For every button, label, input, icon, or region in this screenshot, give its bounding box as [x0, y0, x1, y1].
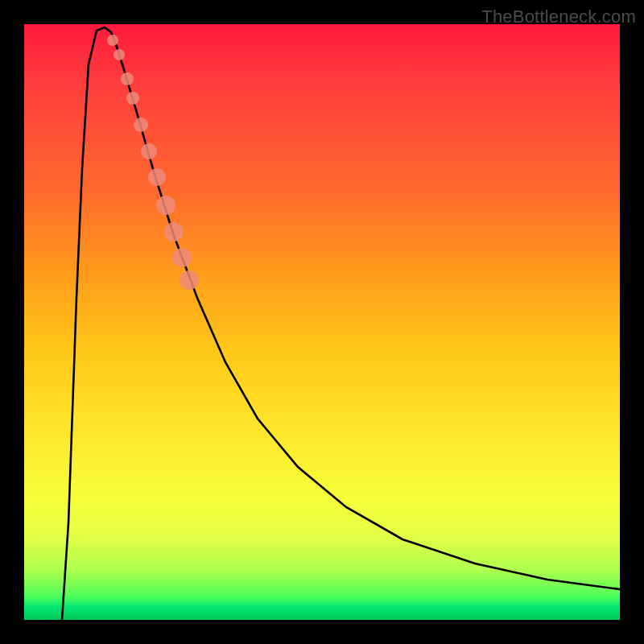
- marker-point: [107, 35, 118, 46]
- marker-point: [126, 92, 139, 105]
- marker-point: [148, 168, 166, 186]
- chart-frame: TheBottleneck.com: [0, 0, 644, 644]
- marker-point: [164, 222, 184, 242]
- marker-point: [121, 72, 134, 85]
- marker-point: [180, 270, 199, 290]
- highlight-markers: [107, 35, 199, 290]
- marker-point: [134, 118, 148, 132]
- marker-point: [114, 49, 125, 60]
- curve-svg: [24, 24, 620, 620]
- bottleneck-curve: [62, 27, 620, 620]
- marker-point: [172, 248, 192, 267]
- plot-area: [24, 24, 620, 620]
- marker-point: [156, 196, 175, 215]
- marker-point: [141, 143, 157, 159]
